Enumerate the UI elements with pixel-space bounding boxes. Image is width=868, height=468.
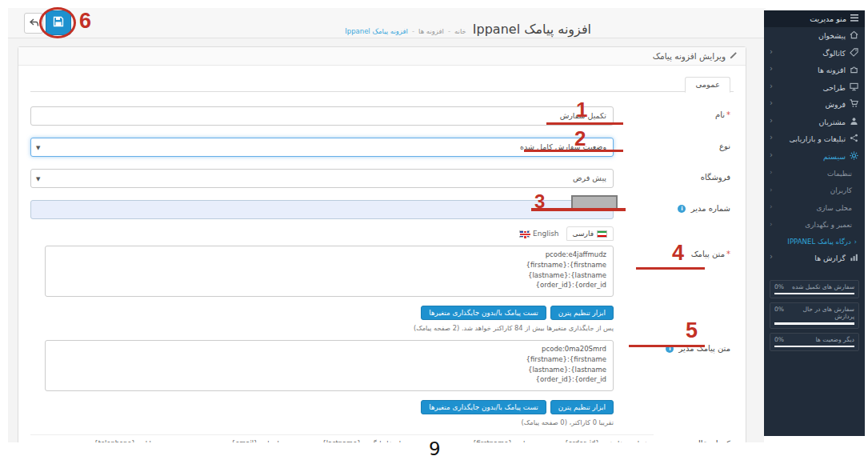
monitor-icon xyxy=(850,82,858,93)
annotation-underline-1 xyxy=(546,122,623,125)
annotation-6: 6 xyxy=(79,9,91,34)
breadcrumb-extensions[interactable]: افزونه ها xyxy=(418,27,444,35)
annotation-underline-4 xyxy=(636,267,705,270)
tab-language-farsi[interactable]: فارسی xyxy=(566,226,614,241)
share-icon xyxy=(850,134,858,144)
chevron-left-icon: ‹ xyxy=(770,64,773,73)
annotation-underline-5 xyxy=(629,345,705,347)
chevron-down-icon: ▼ xyxy=(36,176,40,182)
name-input[interactable]: تکمیل سفارش xyxy=(30,106,614,126)
sidebar-item-design[interactable]: طراحی ‹ xyxy=(764,79,865,97)
annotation-1: 1 xyxy=(576,98,587,122)
breadcrumb-current[interactable]: افزونه پیامک Ippanel xyxy=(345,27,408,35)
tab-general[interactable]: عمومی xyxy=(685,77,730,93)
field-row-admin-sms-text: متن پیامک مدیر i pcode:0ma20Smrd {firstn… xyxy=(30,340,734,426)
tab-bar: عمومی xyxy=(30,70,734,92)
table-row: شماره سفارش - {order_id} نام - {firstnam… xyxy=(30,435,654,443)
field-row-type: نوع وضعیت سفارش کامل شده ▼ xyxy=(30,138,734,157)
chevron-left-icon: ‹ xyxy=(770,82,773,90)
field-row-name: *نام تکمیل سفارش xyxy=(30,106,734,126)
iran-flag-icon xyxy=(597,230,607,238)
stat-completed-orders[interactable]: سفارش های تکمیل شده 0% xyxy=(770,280,859,299)
sidebar-item-users[interactable]: کاربران ‹ xyxy=(764,182,865,200)
tab-language-english[interactable]: English xyxy=(514,226,565,241)
test-sms-button[interactable]: تست پیامک با/بدون جایگذاری متغیرها xyxy=(421,306,546,320)
top-header-bar: افزونه پیامک Ippanel خانه - افزونه ها - … xyxy=(8,8,766,38)
panel-heading: ویرایش افزونه پیامک xyxy=(18,47,746,66)
annotation-2: 2 xyxy=(574,126,586,151)
stat-value: 0% xyxy=(774,283,784,290)
pattern-tool-button[interactable]: ابزار تنظیم پترن xyxy=(550,400,614,414)
sidebar-item-settings[interactable]: تنظیمات ‹ xyxy=(764,165,865,182)
sidebar-header: منو مدیریت xyxy=(764,10,865,27)
stat-processing-orders[interactable]: سفارش های در حال پردازش 0% xyxy=(770,302,859,329)
pattern-tool-button[interactable]: ابزار تنظیم پترن xyxy=(550,306,614,320)
breadcrumb-home[interactable]: خانه xyxy=(454,27,466,35)
sidebar-item-dashboard[interactable]: پیشخوان xyxy=(764,27,865,45)
home-icon xyxy=(850,30,858,41)
field-row-admin-number: شماره مدیر i xyxy=(30,200,734,219)
field-row-sms-text: *متن پیامک pcode:e4jaffmudz {firstname}:… xyxy=(30,246,734,332)
annotation-underline-3 xyxy=(531,208,626,211)
gear-icon xyxy=(850,151,858,162)
stat-other-statuses[interactable]: دیگر وضعیت ها 0% xyxy=(770,333,859,352)
sidebar-item-sales[interactable]: فروش ‹ xyxy=(764,96,865,114)
edit-extension-panel: ویرایش افزونه پیامک عمومی *نام تکمیل سفا… xyxy=(18,46,746,442)
chevron-left-icon: ‹ xyxy=(770,150,773,159)
sidebar-item-catalog[interactable]: کاتالوگ ‹ xyxy=(764,45,865,62)
user-icon xyxy=(850,117,858,127)
sidebar-item-system[interactable]: سیستم ‹ xyxy=(764,148,865,166)
info-icon: i xyxy=(678,205,686,213)
tag-icon xyxy=(850,48,858,58)
sidebar-item-localization[interactable]: محلی سازی ‹ xyxy=(764,199,865,217)
test-sms-button[interactable]: تست پیامک با/بدون جایگذاری متغیرها xyxy=(421,400,546,414)
reply-arrow-icon xyxy=(29,16,39,31)
bar-chart-icon xyxy=(850,253,858,263)
annotation-4: 4 xyxy=(672,241,684,266)
pencil-icon xyxy=(730,51,738,61)
sidebar-item-ippanel-gateway[interactable]: ‹ درگاه پیامک IPPANEL xyxy=(764,234,865,250)
required-asterisk: * xyxy=(726,250,730,258)
store-select[interactable]: پیش فرض xyxy=(30,169,614,188)
puzzle-icon xyxy=(850,65,858,75)
page-number: 9 xyxy=(429,438,441,459)
admin-sms-text-textarea[interactable]: pcode:0ma20Smrd {firstname}:{firstname {… xyxy=(45,340,614,391)
progress-bar xyxy=(774,346,854,348)
chevron-left-icon: ‹ xyxy=(770,168,773,176)
chevron-left-icon: ‹ xyxy=(770,116,773,125)
chevron-left-icon: ‹ xyxy=(770,252,773,261)
sidebar-item-marketing[interactable]: تبلیغات و بازاریابی ‹ xyxy=(764,130,865,148)
progress-bar xyxy=(774,293,854,295)
annotation-5: 5 xyxy=(686,318,698,343)
sms-char-count-note: پس از جایگذاری متغیرها بیش از 84 کاراکتر… xyxy=(30,324,614,332)
template-codes-label: کدهای قالب xyxy=(654,434,734,442)
sms-text-textarea[interactable]: pcode:e4jaffmudz {firstname}:{firstname … xyxy=(45,246,614,297)
type-select[interactable]: وضعیت سفارش کامل شده xyxy=(30,138,614,157)
type-label: نوع xyxy=(614,138,734,150)
main-content: ویرایش افزونه پیامک عمومی *نام تکمیل سفا… xyxy=(8,38,764,442)
admin-number-label: شماره مدیر xyxy=(691,204,730,213)
sidebar-item-customers[interactable]: مشتریان ‹ xyxy=(764,114,865,131)
chevron-down-icon: ▼ xyxy=(36,145,40,151)
cart-icon xyxy=(850,99,858,110)
stat-value: 0% xyxy=(774,306,784,320)
admin-number-input[interactable] xyxy=(30,200,614,219)
admin-sms-char-count-note: تقریبا 0 کاراکتر، (0 صفحه پیامک) xyxy=(30,418,614,426)
sidebar-item-maintenance[interactable]: تعمیر و نگهداری ‹ xyxy=(764,217,865,234)
annotation-circle-6 xyxy=(39,7,76,38)
chevron-left-icon: ‹ xyxy=(770,202,773,210)
order-stats-widgets: سفارش های تکمیل شده 0% سفارش های در حال … xyxy=(770,280,859,352)
bullet-icon: ‹ xyxy=(854,238,857,246)
template-codes-table: شماره سفارش - {order_id} نام - {firstnam… xyxy=(30,434,654,442)
template-codes-section: کدهای قالب شماره سفارش - {order_id} نام … xyxy=(30,434,734,442)
admin-sidebar: منو مدیریت پیشخوان کاتالوگ ‹ افزونه ها ‹… xyxy=(764,10,865,436)
sidebar-item-reports[interactable]: گزارش ها ‹ xyxy=(764,250,865,267)
sms-text-label: متن پیامک xyxy=(691,250,725,258)
progress-bar xyxy=(774,322,854,325)
field-row-store: فروشگاه پیش فرض ▼ xyxy=(30,169,734,188)
stat-value: 0% xyxy=(774,336,784,343)
uk-flag-icon xyxy=(519,230,530,238)
chevron-left-icon: ‹ xyxy=(770,133,773,142)
required-asterisk: * xyxy=(726,110,730,119)
sidebar-item-extensions[interactable]: افزونه ها ‹ xyxy=(764,62,865,79)
